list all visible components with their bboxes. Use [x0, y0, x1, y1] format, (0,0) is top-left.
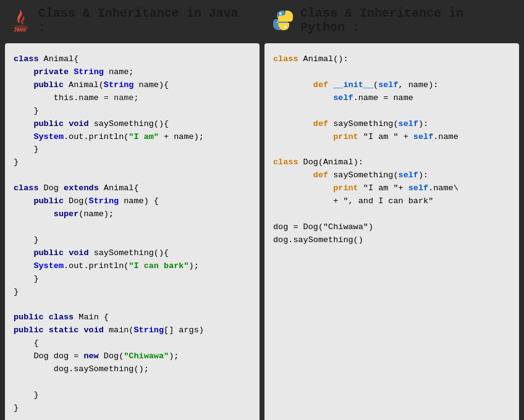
java-title: Class & Inheritance in Java :	[38, 6, 252, 35]
java-icon: Java	[10, 9, 32, 32]
svg-text:Java: Java	[14, 27, 27, 32]
svg-point-3	[284, 26, 287, 28]
python-icon: python	[272, 9, 294, 32]
header-row: Java Class & Inheritance in Java : pytho…	[0, 0, 524, 41]
content-row: class Animal{ private String name; publi…	[0, 41, 524, 420]
java-code: class Animal{ private String name; publi…	[14, 53, 251, 415]
java-header: Java Class & Inheritance in Java :	[0, 0, 262, 41]
python-code: class Animal(): def __init__(self, name)…	[273, 53, 510, 247]
python-code-panel: class Animal(): def __init__(self, name)…	[264, 43, 519, 420]
svg-point-2	[279, 12, 282, 15]
python-title: Class & Inheritance in Python :	[300, 6, 514, 35]
java-code-panel: class Animal{ private String name; publi…	[5, 43, 260, 420]
python-header: python Class & Inheritance in Python :	[262, 0, 524, 41]
